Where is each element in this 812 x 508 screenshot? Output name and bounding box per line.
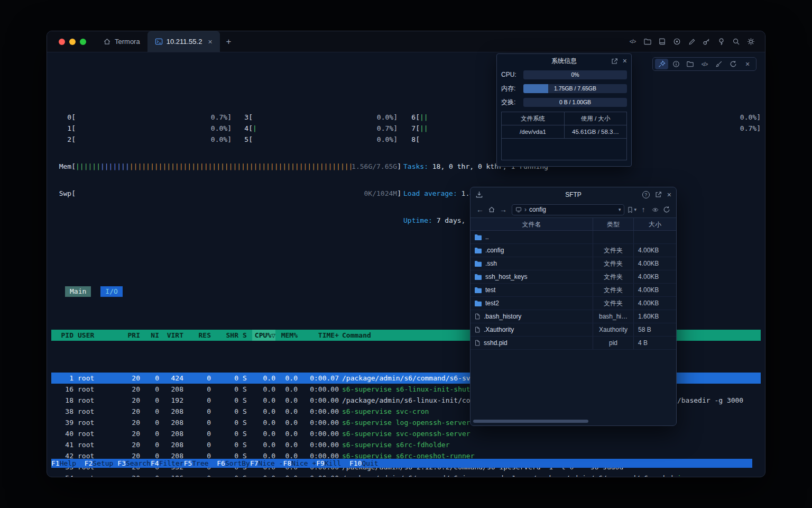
- scrollbar-thumb[interactable]: [473, 420, 588, 423]
- header-mem[interactable]: MEM%: [275, 330, 298, 341]
- swap-label: 交换:: [501, 98, 520, 107]
- ni-cell: 0: [140, 417, 159, 428]
- size-column-header[interactable]: 大小: [634, 218, 676, 230]
- file-row[interactable]: sshd.pid pid 4 B: [470, 337, 676, 350]
- state-cell: S: [243, 384, 252, 395]
- ni-cell: 0: [140, 428, 159, 439]
- tab-ssh-session[interactable]: 10.211.55.2 ×: [147, 31, 220, 52]
- record-icon[interactable]: [672, 37, 681, 46]
- htop-screen-tab[interactable]: I/O: [100, 286, 122, 297]
- termora-window: Termora 10.211.55.2 × + </> 0[0.7%] 3[0.…: [47, 31, 765, 477]
- show-hidden-files-button[interactable]: [649, 204, 661, 215]
- terminal-screen[interactable]: 0[0.7%] 3[0.0%] 6[||0.0%] 1[0.0%] 4[|0.7…: [51, 52, 761, 477]
- keychain-icon[interactable]: [717, 37, 726, 46]
- type-column-header[interactable]: 类型: [593, 218, 634, 230]
- open-in-window-icon[interactable]: [655, 191, 662, 198]
- htop-screen-tab[interactable]: Main: [65, 286, 91, 297]
- bookmark-button[interactable]: ▾: [627, 206, 636, 213]
- horizontal-scrollbar[interactable]: [472, 419, 675, 424]
- upload-button[interactable]: ↑: [638, 204, 649, 215]
- close-window-button[interactable]: [59, 39, 65, 45]
- refresh-button[interactable]: [661, 204, 672, 215]
- key-icon[interactable]: [702, 37, 711, 46]
- process-row[interactable]: 41 root 20 0 208 0 0 S 0.0 0.0 0:00.00 s…: [51, 439, 761, 450]
- file-size-cell: [634, 231, 676, 243]
- close-icon[interactable]: ×: [623, 57, 627, 65]
- close-icon[interactable]: ×: [667, 191, 671, 198]
- file-row[interactable]: ssh_host_keys 文件夹 4.00KB: [470, 270, 676, 284]
- header-user[interactable]: USER: [78, 330, 125, 341]
- folder-icon: [474, 287, 482, 294]
- filesystem-column-header: 文件系统: [502, 112, 564, 125]
- header-ni[interactable]: NI: [140, 330, 159, 341]
- pin-icon[interactable]: [655, 59, 668, 69]
- header-cpu-sort[interactable]: CPU%▽: [252, 330, 275, 341]
- header-virt[interactable]: VIRT: [159, 330, 183, 341]
- folder-icon: [474, 300, 482, 307]
- function-key-button[interactable]: F10 Quit: [349, 459, 386, 468]
- function-key-button[interactable]: F1 Help: [51, 459, 85, 468]
- header-time[interactable]: TIME+: [298, 330, 339, 341]
- file-row[interactable]: .Xauthority Xauthority 58 B: [470, 323, 676, 337]
- info-icon[interactable]: [669, 59, 682, 69]
- function-key-button[interactable]: F7 Nice -: [250, 459, 283, 468]
- res-cell: 0: [183, 417, 211, 428]
- tab-close-icon[interactable]: ×: [208, 38, 212, 46]
- file-row[interactable]: .config 文件夹 4.00KB: [470, 244, 676, 257]
- file-type-cell: bash_hi…: [593, 310, 634, 323]
- minimize-window-button[interactable]: [69, 39, 76, 45]
- code-icon[interactable]: </>: [628, 37, 637, 46]
- virt-cell: 208: [159, 406, 183, 417]
- forward-button[interactable]: →: [497, 204, 509, 215]
- function-key-button[interactable]: F5 Tree: [184, 459, 217, 468]
- file-row[interactable]: .bash_history bash_hi… 1.60KB: [470, 310, 676, 323]
- header-shr[interactable]: SHR: [211, 330, 238, 341]
- function-key-button[interactable]: F4 Filter: [151, 459, 184, 468]
- shr-cell: 0: [211, 473, 238, 477]
- open-in-window-icon[interactable]: [611, 58, 618, 65]
- settings-icon[interactable]: [746, 37, 755, 46]
- function-key-label: Nice +: [291, 459, 316, 468]
- file-row[interactable]: ..: [470, 231, 676, 244]
- zoom-window-button[interactable]: [80, 39, 86, 45]
- file-row[interactable]: test 文件夹 4.00KB: [470, 284, 676, 297]
- filesystem-usage: 45.61GB / 58.3…: [564, 125, 626, 138]
- home-button[interactable]: [486, 204, 497, 215]
- cpu-cell: 0.0: [252, 439, 275, 450]
- filename-column-header[interactable]: 文件名: [470, 218, 593, 230]
- search-icon[interactable]: [732, 37, 741, 46]
- help-icon[interactable]: ?: [642, 191, 650, 198]
- tab-home[interactable]: Termora: [96, 31, 147, 52]
- edit-icon[interactable]: [687, 37, 696, 46]
- code-icon[interactable]: </>: [698, 59, 711, 69]
- log-icon[interactable]: [658, 37, 667, 46]
- folder-icon[interactable]: [643, 37, 652, 46]
- function-key-button[interactable]: F6 SortBy: [217, 459, 250, 468]
- function-key-label: Tree: [192, 459, 217, 468]
- function-key-button[interactable]: F9 Kill: [316, 459, 349, 468]
- path-breadcrumb[interactable]: › config ▾: [512, 204, 624, 215]
- memory-label: 内存:: [501, 84, 520, 93]
- file-row[interactable]: test2 文件夹 4.00KB: [470, 297, 676, 310]
- clean-icon[interactable]: [712, 59, 725, 69]
- header-pid[interactable]: PID: [51, 330, 73, 341]
- header-pri[interactable]: PRI: [125, 330, 140, 341]
- header-res[interactable]: RES: [183, 330, 211, 341]
- process-row[interactable]: 54 root 20 0 196 0 0 S 0.0 0.0 0:00.00 /…: [51, 473, 761, 477]
- new-tab-button[interactable]: +: [220, 31, 238, 52]
- ni-cell: 0: [140, 473, 159, 477]
- folder-icon[interactable]: [684, 59, 697, 69]
- sftp-file-list: .. .config 文件夹 4.00KB: [470, 231, 676, 419]
- command-cell: s6-supervise s6rc-fdholder: [342, 439, 761, 450]
- process-row[interactable]: 40 root 20 0 208 0 0 S 0.0 0.0 0:00.00 s…: [51, 428, 761, 439]
- user-cell: root: [78, 395, 125, 406]
- function-key-button[interactable]: F2 Setup: [85, 459, 118, 468]
- chevron-down-icon[interactable]: ▾: [619, 207, 621, 212]
- close-icon[interactable]: ×: [741, 59, 754, 69]
- back-button[interactable]: ←: [474, 204, 486, 215]
- file-row[interactable]: .ssh 文件夹 4.00KB: [470, 257, 676, 270]
- function-key-button[interactable]: F3 Search: [117, 459, 151, 468]
- reconnect-icon[interactable]: [726, 59, 740, 69]
- function-key-button[interactable]: F8 Nice +: [283, 459, 317, 468]
- header-s[interactable]: S: [243, 330, 252, 341]
